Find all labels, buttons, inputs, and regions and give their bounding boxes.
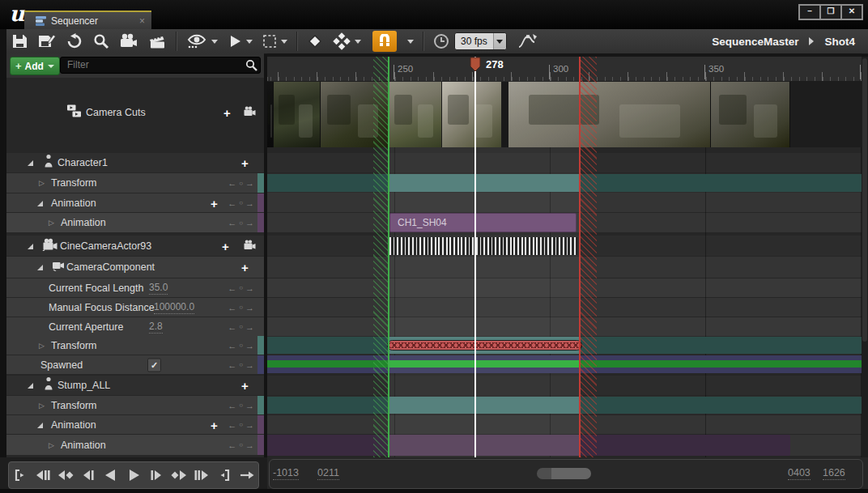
- save-asset-button[interactable]: [38, 30, 56, 53]
- outliner-row-camera-cuts[interactable]: Camera Cuts+: [6, 97, 264, 128]
- keyframe-nav[interactable]: ←○→: [228, 341, 254, 351]
- auto-key-options-dropdown[interactable]: [333, 30, 361, 53]
- outliner-row-cinecameraactor93[interactable]: CineCameraActor93+: [6, 236, 264, 256]
- vertical-scrollbar[interactable]: [862, 57, 868, 457]
- property-value[interactable]: 2.8: [149, 321, 163, 334]
- add-key-icon[interactable]: ○: [239, 180, 243, 187]
- expander-open-icon[interactable]: [37, 423, 43, 428]
- keyframe-nav[interactable]: ←○→: [228, 218, 254, 227]
- tab-sequencer[interactable]: Sequencer ×: [24, 11, 151, 29]
- expander-open-icon[interactable]: [28, 160, 33, 166]
- next-key-arrow-icon[interactable]: →: [245, 322, 254, 332]
- horizontal-scrollbar-thumb[interactable]: [537, 468, 591, 479]
- undo-icon[interactable]: [66, 30, 83, 53]
- add-key-icon[interactable]: ○: [239, 402, 243, 409]
- outliner-row-transform[interactable]: ▷Transform←○→: [6, 396, 264, 414]
- time-ruler[interactable]: 250300350400: [267, 57, 862, 82]
- outliner-row-current-focal-length[interactable]: Current Focal Length35.0←○→: [6, 278, 264, 297]
- camera-lock-button[interactable]: [243, 239, 257, 253]
- add-section-button[interactable]: +: [211, 196, 218, 210]
- view-range-start-value[interactable]: 0211: [317, 467, 339, 480]
- next-key-arrow-icon[interactable]: →: [245, 303, 254, 312]
- loop-mode-button[interactable]: [236, 466, 257, 484]
- next-key-arrow-icon[interactable]: →: [245, 218, 254, 227]
- step-back-button[interactable]: [78, 466, 99, 484]
- add-key-icon[interactable]: ○: [239, 441, 243, 448]
- property-value[interactable]: 100000.0: [154, 301, 194, 314]
- next-key-arrow-icon[interactable]: →: [245, 440, 254, 450]
- keyframe-nav[interactable]: ←○→: [228, 360, 254, 370]
- next-key-button[interactable]: [168, 466, 189, 484]
- add-key-icon[interactable]: ○: [239, 284, 243, 291]
- playback-range-end-line[interactable]: [579, 57, 581, 457]
- maximize-button[interactable]: ❐: [819, 4, 842, 20]
- view-options-dropdown[interactable]: [186, 30, 218, 53]
- prev-key-arrow-icon[interactable]: ←: [228, 322, 236, 332]
- camera-button[interactable]: [119, 30, 138, 53]
- render-movie-button[interactable]: [148, 30, 167, 53]
- next-key-arrow-icon[interactable]: →: [245, 178, 254, 188]
- save-button[interactable]: [11, 30, 28, 53]
- curve-editor-button[interactable]: [517, 30, 538, 53]
- keyframe-nav[interactable]: ←○→: [228, 178, 254, 188]
- playback-options-dropdown[interactable]: [228, 30, 253, 53]
- vertical-scrollbar-thumb[interactable]: [862, 58, 867, 342]
- add-key-icon[interactable]: ○: [239, 219, 243, 227]
- outliner-row-animation[interactable]: Animation+←○→: [6, 415, 264, 434]
- expander-closed-icon[interactable]: ▷: [39, 401, 45, 409]
- add-key-icon[interactable]: ○: [239, 199, 243, 206]
- camera-lock-button[interactable]: [243, 105, 257, 120]
- add-key-icon[interactable]: ○: [239, 361, 243, 368]
- keyframe-nav[interactable]: ←○→: [228, 401, 254, 410]
- prev-key-arrow-icon[interactable]: ←: [228, 420, 236, 430]
- working-range-end-value[interactable]: 1626: [823, 467, 845, 480]
- add-section-button[interactable]: +: [241, 379, 249, 393]
- add-key-icon[interactable]: ○: [239, 304, 243, 311]
- keyframe-nav[interactable]: ←○→: [228, 198, 254, 208]
- expander-open-icon[interactable]: [37, 265, 43, 270]
- playhead-line[interactable]: [474, 57, 476, 457]
- expander-open-icon[interactable]: [28, 244, 33, 249]
- keyframe-nav[interactable]: ←○→: [228, 420, 254, 430]
- fps-dropdown-arrow[interactable]: [493, 33, 506, 49]
- outliner-row-current-aperture[interactable]: Current Aperture2.8←○→: [6, 317, 264, 336]
- prev-key-arrow-icon[interactable]: ←: [228, 360, 236, 370]
- add-key-icon[interactable]: ○: [239, 421, 243, 428]
- select-edit-options-dropdown[interactable]: [262, 30, 287, 53]
- working-range-start-value[interactable]: -1013: [273, 467, 299, 480]
- prev-key-arrow-icon[interactable]: ←: [228, 198, 236, 208]
- expander-closed-icon[interactable]: ▷: [39, 341, 45, 349]
- outliner-row-transform[interactable]: ▷Transform←○→: [6, 336, 264, 355]
- add-section-button[interactable]: +: [241, 261, 249, 274]
- property-value[interactable]: 35.0: [149, 282, 168, 295]
- snap-options-dropdown[interactable]: [403, 30, 414, 53]
- step-forward-button[interactable]: [146, 466, 167, 484]
- keyframe-nav[interactable]: ←○→: [228, 440, 254, 450]
- expander-open-icon[interactable]: [28, 383, 33, 389]
- add-section-button[interactable]: +: [223, 106, 231, 120]
- view-range-end-value[interactable]: 0403: [788, 467, 811, 480]
- outliner-row-transform[interactable]: ▷Transform←○→: [6, 173, 264, 193]
- prev-key-arrow-icon[interactable]: ←: [228, 440, 236, 450]
- next-key-arrow-icon[interactable]: →: [245, 360, 254, 370]
- playhead-marker[interactable]: [470, 57, 481, 75]
- keyframe-nav[interactable]: ←○→: [228, 283, 254, 293]
- next-shot-button[interactable]: [191, 466, 212, 484]
- next-key-arrow-icon[interactable]: →: [245, 341, 254, 351]
- snap-toggle-button[interactable]: [372, 31, 397, 52]
- keyframe-nav[interactable]: ←○→: [228, 322, 254, 332]
- add-section-button[interactable]: +: [222, 239, 229, 253]
- next-key-arrow-icon[interactable]: →: [245, 198, 254, 208]
- expander-open-icon[interactable]: [37, 201, 43, 206]
- fps-dropdown[interactable]: 30 fps: [454, 32, 507, 50]
- jump-to-start-button[interactable]: [10, 466, 31, 484]
- outliner-row-cameracomponent[interactable]: CameraComponent+: [6, 257, 264, 278]
- expander-closed-icon[interactable]: ▷: [39, 179, 45, 187]
- tab-close-icon[interactable]: ×: [139, 15, 145, 27]
- prev-key-arrow-icon[interactable]: ←: [228, 341, 236, 351]
- breadcrumb-current[interactable]: Shot4: [824, 36, 855, 48]
- add-section-button[interactable]: +: [241, 156, 249, 170]
- minimize-button[interactable]: –: [798, 4, 821, 20]
- breadcrumb-root[interactable]: SequenceMaster: [712, 36, 798, 48]
- timeline-area[interactable]: 250300350400CH1_SH04278: [267, 53, 862, 457]
